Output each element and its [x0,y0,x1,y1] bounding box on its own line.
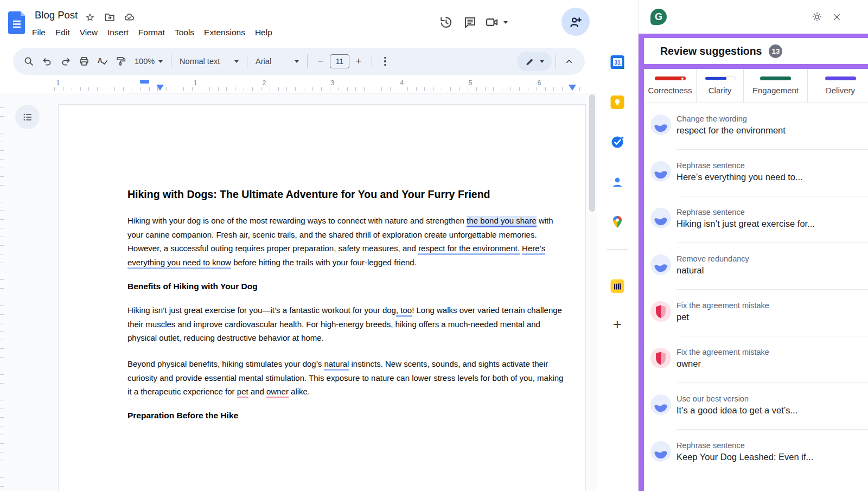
suggestion-item[interactable]: Use our best versionIt’s a good idea to … [644,383,868,430]
menu-file[interactable]: File [27,25,50,40]
first-line-indent-marker[interactable] [156,85,164,91]
grammarly-header-bar: G [639,0,868,34]
get-add-ons-icon[interactable]: + [613,317,622,332]
suggestion-item[interactable]: Change the wordingrespect for the enviro… [644,103,868,150]
doc-heading: Preparation Before the Hike [127,411,567,420]
clarity-underline[interactable]: respect for the environment. [418,244,520,255]
horizontal-ruler[interactable]: 1123456 [0,79,587,93]
menu-extensions[interactable]: Extensions [199,25,250,40]
toolbar-divider [171,54,171,68]
zoom-value: 100% [135,57,155,66]
correctness-underline[interactable]: pet [237,387,248,398]
suggestion-label: Fix the agreement mistake [676,348,769,356]
suggestion-item[interactable]: Fix the agreement mistakepet [644,290,868,336]
tab-delivery[interactable]: Delivery [808,69,868,103]
svg-text:31: 31 [614,59,621,66]
doc-paragraph: Hiking with your dog is one of the most … [127,214,568,270]
tab-correctness[interactable]: Correctness [644,69,697,103]
comments-icon[interactable] [458,10,482,34]
clarity-wave-icon [650,114,671,135]
font-size-input[interactable]: 11 [330,54,349,68]
delivery-progress-bar [825,76,856,80]
hide-menus-icon[interactable] [560,52,578,71]
suggestion-label: Rephrase sentence [676,208,815,216]
settings-gear-icon[interactable] [811,11,823,23]
print-icon[interactable] [75,52,93,71]
doc-page[interactable]: Hiking with Dogs: The Ultimate Adventure… [58,104,586,491]
google-tasks-icon[interactable] [610,135,625,150]
menu-format[interactable]: Format [133,25,170,40]
grammarly-logo-icon: G [650,9,667,25]
miro-icon[interactable] [610,279,625,294]
star-icon[interactable] [84,11,96,23]
search-menus-icon[interactable] [20,52,38,71]
suggestion-label: Fix the agreement mistake [676,301,769,310]
document-scrollbar[interactable] [589,94,595,212]
clarity-underline[interactable]: , too [396,305,412,317]
google-keep-icon[interactable] [610,95,625,110]
suggestion-item[interactable]: Fix the agreement mistakeowner [644,336,868,383]
join-video-call-icon[interactable] [482,10,502,34]
menu-view[interactable]: View [75,25,103,40]
editing-mode-button[interactable] [517,52,552,71]
paragraph-style-select[interactable]: Normal text [175,57,243,66]
left-indent-marker[interactable] [140,80,149,84]
doc-text: and [248,387,266,396]
more-options-icon[interactable] [376,52,394,71]
paint-format-icon[interactable] [112,52,130,71]
document-title[interactable]: Blog Post [35,9,78,21]
google-docs-logo-icon[interactable] [8,11,25,34]
zoom-select[interactable]: 100% [130,57,167,66]
menu-tools[interactable]: Tools [170,25,199,40]
increase-font-size-button[interactable]: + [349,52,368,71]
engagement-progress-bar [760,76,791,80]
ruler-number: 1 [56,79,60,87]
suggestion-text: owner [676,359,769,369]
tab-engagement[interactable]: Engagement [744,69,808,103]
doc-text: Hiking with your dog is one of the most … [127,216,467,225]
move-folder-icon[interactable] [104,11,116,23]
google-calendar-icon[interactable]: 31 [610,55,625,69]
close-panel-icon[interactable] [832,12,842,22]
suggestion-item[interactable]: Rephrase sentenceHiking isn’t just great… [644,196,868,243]
tab-clarity[interactable]: Clarity [697,69,744,103]
suggestion-label: Use our best version [676,394,797,403]
suggestion-text: Hiking isn’t just great exercise for... [676,219,815,229]
grammarly-panel: G Review suggestions 13 Correctness Clar… [638,0,868,491]
suggestion-item[interactable]: Remove redundancynatural [644,243,868,290]
google-contacts-icon[interactable] [610,175,625,190]
font-select[interactable]: Arial [251,57,303,66]
progress-dot [681,78,684,80]
google-maps-icon[interactable] [610,215,624,229]
menu-insert[interactable]: Insert [103,25,133,40]
share-button[interactable] [561,8,590,36]
right-indent-marker[interactable] [569,85,576,91]
spelling-check-icon[interactable]: A [93,52,112,71]
suggestion-item[interactable]: Rephrase sentenceHere’s everything you n… [644,150,868,196]
doc-text: Hiking with Dogs: The Ultimate Adventure… [127,188,490,200]
suggestion-count-badge: 13 [769,44,782,58]
font-value: Arial [256,57,271,66]
decrease-font-size-button[interactable]: − [311,52,330,71]
ruler-number: 2 [263,79,266,87]
correctness-underline[interactable]: owner [266,387,289,398]
doc-text: Hiking isn’t just great exercise for you… [127,305,396,315]
correctness-shield-icon [650,348,671,368]
clarity-underline[interactable]: natural [324,359,349,371]
menu-help[interactable]: Help [250,25,277,40]
toolbar-divider [556,54,556,68]
suggestion-text: It’s a good idea to get a vet’s... [676,405,797,416]
menu-edit[interactable]: Edit [50,25,75,40]
redo-icon[interactable] [56,52,75,71]
version-history-icon[interactable] [434,10,458,34]
doc-paragraph: Beyond physical benefits, hiking stimula… [127,357,568,399]
ruler-number: 5 [469,79,473,87]
suggestion-item[interactable]: Rephrase sentenceKeep Your Dog Leashed: … [644,430,868,476]
active-suggestion-highlight[interactable]: the bond you share [467,216,536,227]
cloud-saved-icon[interactable] [123,11,135,23]
document-outline-button[interactable] [15,105,40,129]
doc-paragraph: Hiking isn’t just great exercise for you… [127,303,568,345]
style-caret [234,60,239,63]
video-call-dropdown-caret[interactable] [503,21,508,24]
undo-icon[interactable] [38,52,56,71]
